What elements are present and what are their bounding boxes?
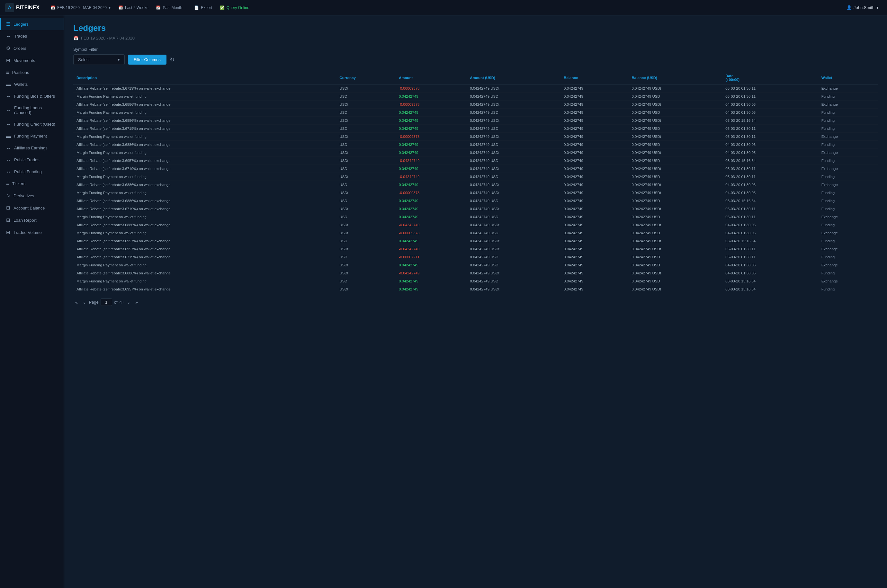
table-row: Affiliate Rebate (self;rebate:3.6886%) o… (73, 221, 878, 229)
sidebar-item-funding-loans--unused-[interactable]: ↔Funding Loans (Unused) (0, 102, 64, 118)
sidebar-icon: ↔ (6, 108, 11, 113)
sidebar-item-affiliates-earnings[interactable]: ↔Affiliates Earnings (0, 142, 64, 154)
cell-currency: USDt (336, 269, 396, 277)
sidebar-item-funding-payment[interactable]: ▬Funding Payment (0, 130, 64, 142)
cell-amount: 0.04242749 (396, 109, 467, 117)
cell-date: 05-03-20 01:30:11 (722, 213, 818, 221)
past-month-btn[interactable]: 📅 Past Month (153, 4, 185, 11)
symbol-select[interactable]: Select ▾ (73, 54, 125, 65)
sidebar-label: Public Trades (14, 158, 39, 162)
sidebar-item-traded-volume[interactable]: ⊟Traded Volume (0, 226, 64, 238)
cell-balance-usd: 0.04242749 USD (629, 157, 722, 165)
last-page-button[interactable]: » (134, 299, 140, 306)
sidebar-label: Funding Loans (Unused) (14, 105, 59, 115)
sidebar-icon: ⊞ (6, 57, 10, 63)
sidebar-label: Funding Payment (14, 134, 47, 138)
last-2-weeks-btn[interactable]: 📅 Last 2 Weeks (115, 4, 152, 11)
cell-desc: Affiliate Rebate (self;rebate:3.6719%) o… (73, 165, 336, 173)
calendar-icon: 📅 (51, 6, 55, 10)
sidebar-item-account-balance[interactable]: ⊞Account Balance (0, 202, 64, 214)
cell-balance: 0.04242749 (560, 261, 628, 269)
cell-amount: 0.04242749 (396, 213, 467, 221)
cell-balance-usd: 0.04242749 USDt (629, 189, 722, 197)
cell-balance-usd: 0.04242749 USD (629, 253, 722, 261)
table-row: Affiliate Rebate (self;rebate:3.6886%) o… (73, 141, 878, 149)
cell-date: 03-03-20 15:16:54 (722, 197, 818, 205)
cell-date: 04-03-20 01:30:05 (722, 269, 818, 277)
cell-desc: Affiliate Rebate (self;rebate:3.6957%) o… (73, 245, 336, 253)
cell-currency: USD (336, 181, 396, 189)
cell-balance: 0.04242749 (560, 124, 628, 133)
cell-amount-usd: 0.04242749 USDt (467, 269, 560, 277)
cell-amount: -0.04242749 (396, 269, 467, 277)
sidebar-item-public-trades[interactable]: ↔Public Trades (0, 154, 64, 166)
sidebar-item-trades[interactable]: ↔Trades (0, 30, 64, 42)
sidebar-item-ledgers[interactable]: ☰Ledgers (0, 18, 64, 30)
cell-balance: 0.04242749 (560, 149, 628, 157)
cell-amount: 0.04242749 (396, 117, 467, 124)
cell-amount: 0.04242749 (396, 197, 467, 205)
cell-amount-usd: 0.04242749 USD (467, 277, 560, 285)
cell-desc: Margin Funding Payment on wallet funding (73, 93, 336, 100)
first-page-button[interactable]: « (73, 299, 80, 306)
sidebar-item-funding-credit--used-[interactable]: ↔Funding Credit (Used) (0, 118, 64, 130)
cell-currency: USDt (336, 245, 396, 253)
sidebar-icon: ∿ (6, 193, 10, 199)
sidebar-label: Funding Credit (Used) (14, 122, 55, 127)
cell-wallet: Exchange (818, 133, 878, 141)
sidebar-icon: ☰ (6, 21, 10, 27)
sidebar-item-movements[interactable]: ⊞Movements (0, 54, 64, 66)
prev-page-button[interactable]: ‹ (82, 299, 87, 306)
cell-desc: Affiliate Rebate (self;rebate:3.6719%) o… (73, 124, 336, 133)
user-menu[interactable]: 👤 John.Smith ▾ (843, 4, 882, 11)
cell-balance-usd: 0.04242749 USD (629, 197, 722, 205)
cell-wallet: Funding (818, 173, 878, 181)
cell-wallet: Funding (818, 124, 878, 133)
top-nav: BITFINEX 📅 FEB 19 2020 - MAR 04 2020 ▾ 📅… (0, 0, 887, 15)
sidebar-item-funding-bids---offers[interactable]: ↔Funding Bids & Offers (0, 90, 64, 102)
cell-date: 03-03-20 15:16:54 (722, 277, 818, 285)
cell-amount: 0.04242749 (396, 277, 467, 285)
cell-amount-usd: 0.04242749 USD (467, 124, 560, 133)
sidebar-icon: ↔ (6, 122, 11, 127)
cell-wallet: Funding (818, 157, 878, 165)
table-row: Affiliate Rebate (self;rebate:3.6957%) o… (73, 285, 878, 293)
table-body: Affiliate Rebate (self;rebate:3.6719%) o… (73, 84, 878, 293)
sidebar-item-tickers[interactable]: ≡Tickers (0, 178, 64, 190)
cell-desc: Affiliate Rebate (self;rebate:3.6719%) o… (73, 253, 336, 261)
cell-balance-usd: 0.04242749 USDt (629, 237, 722, 245)
cell-date: 05-03-20 01:30:11 (722, 93, 818, 100)
cell-amount: 0.04242749 (396, 141, 467, 149)
cell-amount: 0.04242749 (396, 124, 467, 133)
sidebar-icon: ⚙ (6, 45, 10, 51)
cell-balance: 0.04242749 (560, 157, 628, 165)
cell-balance: 0.04242749 (560, 84, 628, 93)
cell-date: 05-03-20 01:30:11 (722, 245, 818, 253)
cell-amount: 0.04242749 (396, 149, 467, 157)
cell-balance: 0.04242749 (560, 165, 628, 173)
sidebar-item-public-funding[interactable]: ↔Public Funding (0, 166, 64, 178)
table-row: Affiliate Rebate (self;rebate:3.6719%) o… (73, 165, 878, 173)
cell-desc: Margin Funding Payment on wallet funding (73, 149, 336, 157)
sidebar-label: Affiliates Earnings (14, 146, 48, 150)
export-btn[interactable]: 📄 Export (191, 4, 215, 11)
cell-desc: Margin Funding Payment on wallet funding (73, 277, 336, 285)
next-page-button[interactable]: › (126, 299, 132, 306)
filter-columns-button[interactable]: Filter Columns (128, 55, 167, 64)
sidebar-item-loan-report[interactable]: ⊟Loan Report (0, 214, 64, 226)
table-row: Margin Funding Payment on wallet funding… (73, 173, 878, 181)
cell-balance-usd: 0.04242749 USDt (629, 245, 722, 253)
refresh-button[interactable]: ↻ (170, 56, 174, 63)
cell-amount: 0.04242749 (396, 181, 467, 189)
date-range-btn[interactable]: 📅 FEB 19 2020 - MAR 04 2020 ▾ (47, 4, 114, 11)
sidebar-icon: ⊟ (6, 217, 10, 223)
sidebar-item-derivatives[interactable]: ∿Derivatives (0, 190, 64, 202)
calendar-sub-icon: 📅 (73, 36, 78, 40)
cell-currency: USD (336, 277, 396, 285)
sidebar-label: Public Funding (14, 170, 42, 174)
sidebar-item-positions[interactable]: ≡Positions (0, 66, 64, 78)
cell-wallet: Exchange (818, 213, 878, 221)
page-number-input[interactable] (101, 298, 112, 306)
sidebar-item-wallets[interactable]: ▬Wallets (0, 78, 64, 90)
sidebar-item-orders[interactable]: ⚙Orders (0, 42, 64, 54)
